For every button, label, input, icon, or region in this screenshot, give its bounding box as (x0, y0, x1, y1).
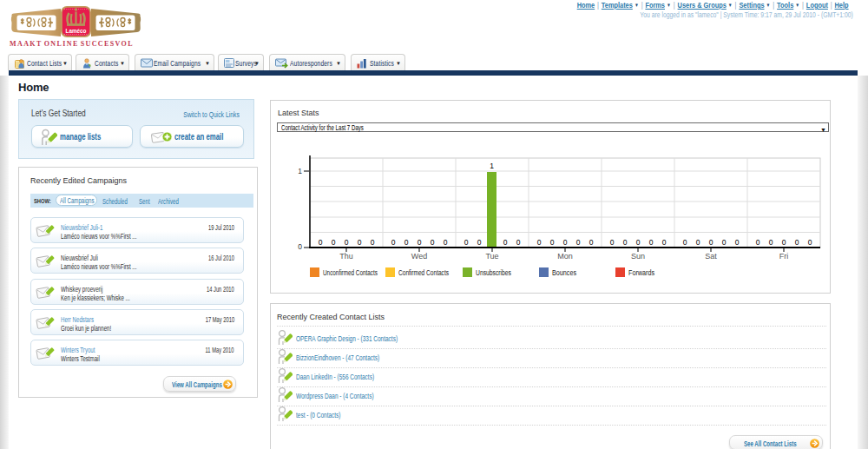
svg-text:0: 0 (756, 238, 760, 247)
svg-text:0: 0 (769, 238, 773, 247)
svg-text:0: 0 (610, 238, 615, 247)
svg-text:0: 0 (332, 238, 336, 247)
svg-text:0: 0 (418, 238, 422, 247)
svg-text:1: 1 (298, 167, 302, 175)
svg-text:Tue: Tue (485, 252, 498, 261)
svg-text:0: 0 (808, 238, 812, 247)
svg-text:Thu: Thu (339, 252, 353, 261)
svg-text:0: 0 (391, 238, 396, 247)
svg-text:Confirmed Contacts: Confirmed Contacts (398, 268, 449, 277)
svg-text:0: 0 (477, 238, 482, 247)
svg-text:0: 0 (503, 238, 508, 247)
svg-text:0: 0 (444, 238, 448, 247)
svg-text:0: 0 (636, 238, 641, 247)
svg-text:Unsubscribes: Unsubscribes (476, 268, 511, 277)
svg-text:0: 0 (662, 238, 667, 247)
svg-text:0: 0 (516, 238, 521, 247)
svg-text:0: 0 (298, 242, 302, 251)
svg-text:Forwards: Forwards (628, 268, 654, 277)
svg-text:0: 0 (576, 238, 581, 247)
svg-text:0: 0 (319, 238, 323, 247)
svg-text:0: 0 (345, 238, 349, 247)
svg-text:0: 0 (782, 238, 786, 247)
svg-text:0: 0 (649, 238, 654, 247)
svg-text:1: 1 (490, 162, 494, 170)
svg-text:0: 0 (722, 238, 727, 247)
svg-text:0: 0 (537, 238, 542, 247)
svg-text:Sat: Sat (705, 252, 717, 261)
svg-text:0: 0 (464, 238, 469, 247)
svg-text:0: 0 (623, 238, 628, 247)
svg-text:Laméco: Laméco (66, 28, 87, 34)
svg-text:0: 0 (371, 238, 375, 247)
svg-text:0: 0 (709, 238, 713, 247)
svg-text:0: 0 (735, 238, 740, 247)
svg-text:0: 0 (404, 238, 409, 247)
svg-text:0: 0 (550, 238, 555, 247)
svg-text:0: 0 (563, 238, 568, 247)
svg-text:0: 0 (589, 238, 594, 247)
svg-text:Fri: Fri (779, 252, 789, 261)
svg-text:0: 0 (358, 238, 362, 247)
svg-text:Sun: Sun (631, 252, 645, 261)
svg-text:Wed: Wed (411, 252, 427, 261)
svg-text:Bounces: Bounces (552, 268, 576, 277)
svg-text:0: 0 (696, 238, 700, 247)
svg-text:Mon: Mon (557, 252, 573, 261)
svg-text:0: 0 (795, 238, 799, 247)
svg-text:0: 0 (431, 238, 435, 247)
svg-text:0: 0 (683, 238, 687, 247)
svg-text:Unconfirmed Contacts: Unconfirmed Contacts (323, 268, 378, 277)
